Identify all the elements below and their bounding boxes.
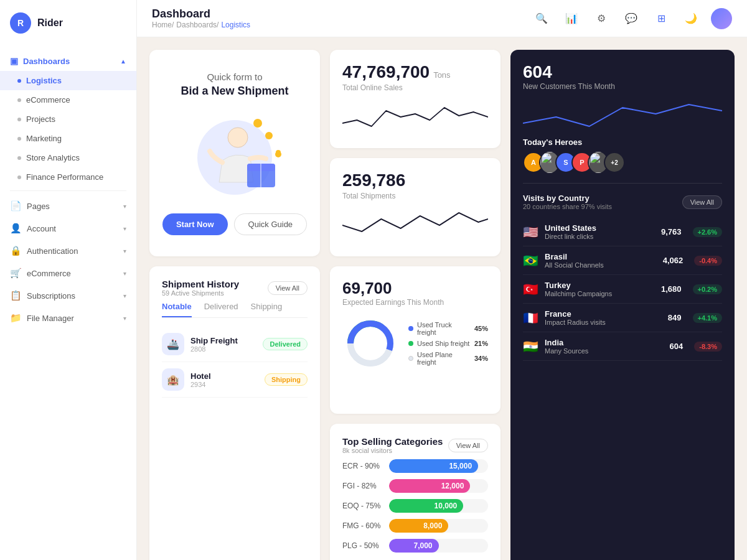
chevron-down-icon: ▾: [123, 225, 126, 232]
shipment-info: Hotel 2934: [190, 371, 258, 388]
dashboards-header[interactable]: ▣ Dashboards ▲: [0, 51, 136, 71]
logo-icon: R: [10, 12, 31, 34]
topbar-left: Dashboard Home/ Dashboards/ Logistics: [152, 7, 250, 29]
legend-label: Used Plane freight: [417, 351, 471, 366]
sidebar-item-ecommerce[interactable]: eCommerce: [0, 90, 136, 110]
sidebar-item-authentication[interactable]: 🔒 Authentication ▾: [0, 240, 136, 262]
sidebar-item-label: Logistics: [26, 76, 62, 85]
sidebar-item-filemanager[interactable]: 📁 File Manager ▾: [0, 307, 136, 329]
account-label: Account: [27, 224, 56, 233]
nc-number: 604: [523, 62, 722, 82]
country-info: Turkey Mailchimp Campaigns: [545, 281, 655, 297]
country-name: France: [545, 309, 662, 319]
categories-title: Top Selling Categories: [342, 436, 443, 447]
nc-chart: [523, 98, 722, 133]
flag-icon: 🇺🇸: [523, 225, 538, 240]
hero-title: Bid a New Shipment: [181, 85, 288, 98]
earnings-donut-card: 69,700 Expected Earnings This Month: [330, 266, 500, 414]
active-dot: [17, 79, 21, 83]
sidebar-item-account[interactable]: 👤 Account ▾: [0, 217, 136, 240]
legend-label: Used Truck freight: [417, 321, 471, 336]
shipment-view-all-button[interactable]: View All: [268, 281, 308, 295]
earnings-number: 69,700: [342, 279, 488, 298]
filemanager-icon: 📁: [10, 312, 22, 324]
legend-item: Used Ship freight 21%: [408, 340, 488, 347]
chevron-down-icon: ▾: [123, 270, 126, 277]
hero-subtitle: Quick form to: [181, 72, 288, 82]
visits-section: Visits by Country 20 countries share 97%…: [523, 194, 722, 361]
total-sales-number: 47,769,700: [342, 62, 430, 82]
ship-icon: 🚢: [162, 333, 184, 355]
country-source: Direct link clicks: [545, 233, 655, 240]
bottom-center-column: 69,700 Expected Earnings This Month: [330, 266, 500, 560]
sidebar-item-ecommerce-nav[interactable]: 🛒 eCommerce ▾: [0, 262, 136, 284]
page-title: Dashboard: [152, 7, 250, 21]
country-info: France Impact Radius visits: [545, 309, 662, 326]
bar-label: ECR - 90%: [342, 462, 383, 470]
sidebar-item-pages[interactable]: 📄 Pages ▾: [0, 195, 136, 217]
country-source: Mailchimp Campaigns: [545, 290, 655, 297]
quick-guide-button[interactable]: Quick Guide: [234, 213, 308, 235]
divider: [523, 183, 722, 184]
shipment-name: Hotel: [190, 371, 258, 381]
hero-avatars: A S P +2: [523, 152, 722, 173]
chevron-down-icon: ▾: [123, 315, 126, 322]
country-name: Brasil: [545, 252, 657, 261]
chevron-down-icon: ▾: [123, 248, 126, 254]
change-badge: -8.3%: [694, 342, 722, 352]
sidebar-item-marketing[interactable]: Marketing: [0, 129, 136, 148]
grid-icon[interactable]: ⊞: [651, 9, 671, 29]
bar-track: 12,000: [389, 479, 488, 493]
chat-icon[interactable]: 💬: [621, 9, 641, 29]
shipment-history-title: Shipment History: [162, 279, 239, 289]
sidebar-item-projects[interactable]: Projects: [0, 110, 136, 129]
user-avatar[interactable]: [711, 8, 732, 29]
tab-delivered[interactable]: Delivered: [204, 302, 238, 317]
categories-view-all-button[interactable]: View All: [448, 439, 488, 452]
visits-header: Visits by Country 20 countries share 97%…: [523, 194, 722, 210]
change-badge: +4.1%: [693, 313, 723, 323]
hero-buttons: Start Now Quick Guide: [162, 213, 307, 235]
country-visits: 604: [670, 342, 684, 351]
shipment-tabs: Notable Delivered Shipping: [162, 302, 308, 318]
dot-icon: [17, 98, 21, 102]
sidebar-item-finance[interactable]: Finance Performance: [0, 167, 136, 187]
country-visits: 4,062: [663, 256, 684, 265]
dashboards-icon: ▣: [10, 56, 18, 66]
search-icon[interactable]: 🔍: [532, 9, 552, 29]
flag-icon: 🇫🇷: [523, 310, 538, 325]
sidebar-item-store-analytics[interactable]: Store Analytics: [0, 148, 136, 167]
shipment-history-subtitle: 59 Active Shipments: [162, 289, 239, 297]
visits-view-all-button[interactable]: View All: [682, 195, 722, 209]
illustration-svg: [179, 114, 291, 201]
sidebar-item-subscriptions[interactable]: 📋 Subscriptions ▾: [0, 284, 136, 307]
start-now-button[interactable]: Start Now: [162, 213, 228, 235]
country-info: India Many Sources: [545, 338, 664, 355]
breadcrumb-dashboards[interactable]: Dashboards/: [176, 21, 218, 29]
bar-item: FGI - 82% 12,000: [342, 479, 488, 493]
country-item: 🇹🇷 Turkey Mailchimp Campaigns 1,680 +0.2…: [523, 275, 722, 304]
categories-subtitle: 8k social visitors: [342, 447, 443, 454]
sidebar-item-logistics[interactable]: Logistics: [0, 71, 136, 90]
account-icon: 👤: [10, 223, 22, 234]
chevron-up-icon: ▲: [120, 58, 126, 65]
chart-icon[interactable]: 📊: [561, 9, 581, 29]
theme-toggle[interactable]: 🌙: [681, 9, 701, 29]
content-area: Quick form to Bid a New Shipment: [137, 37, 747, 560]
tab-notable[interactable]: Notable: [162, 302, 192, 317]
sidebar-item-label: Projects: [26, 114, 55, 124]
country-item: 🇧🇷 Brasil All Social Channels 4,062 -0.4…: [523, 246, 722, 275]
breadcrumb-home[interactable]: Home/: [152, 21, 174, 29]
ship-dot: [408, 341, 413, 346]
donut-container: Used Truck freight 45% Used Ship freight…: [342, 315, 488, 371]
tab-shipping[interactable]: Shipping: [251, 302, 283, 317]
nav-divider: [10, 190, 126, 191]
sidebar-item-label: Store Analytics: [26, 153, 80, 162]
filemanager-label: File Manager: [27, 314, 74, 323]
shipment-history-header: Shipment History 59 Active Shipments Vie…: [162, 279, 308, 297]
logo-area: R Rider: [0, 0, 136, 46]
auth-icon: 🔒: [10, 245, 22, 256]
bar-label: PLG - 50%: [342, 541, 383, 550]
topbar-actions: 🔍 📊 ⚙ 💬 ⊞ 🌙: [532, 8, 732, 29]
settings-icon[interactable]: ⚙: [591, 9, 611, 29]
